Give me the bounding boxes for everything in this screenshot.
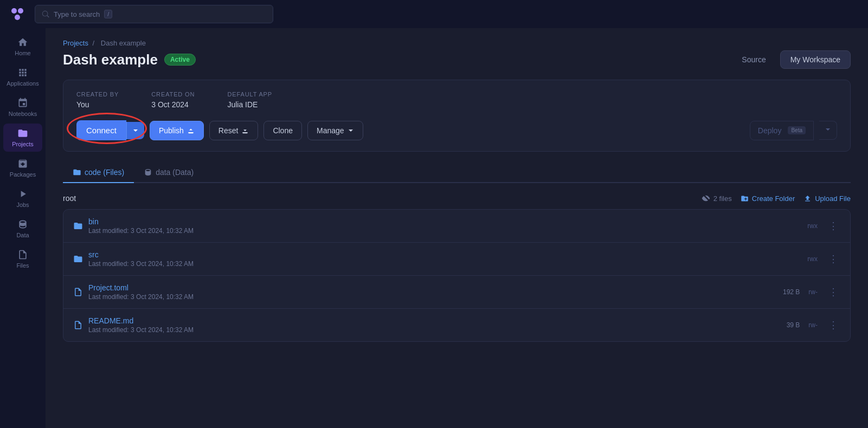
create-folder-label: Create Folder — [752, 194, 795, 203]
file-size: 192 B — [783, 288, 800, 296]
file-meta: Last modified: 3 Oct 2024, 10:32 AM — [88, 326, 787, 334]
page-title-row: Dash example Active — [63, 51, 196, 68]
topbar: Type to search / — [0, 0, 868, 28]
manage-chevron-icon — [348, 127, 354, 134]
status-badge: Active — [164, 54, 196, 66]
file-perms: rwx — [807, 222, 818, 230]
file-browser-header: root 2 files Create Folder — [63, 194, 851, 203]
folder-icon — [73, 168, 81, 177]
deploy-dropdown-button[interactable] — [819, 121, 837, 140]
file-more-button[interactable]: ⋮ — [826, 319, 840, 331]
download-icon — [241, 127, 249, 134]
sidebar-label-packages: Packages — [10, 171, 36, 178]
header-buttons: Source My Workspace — [732, 50, 851, 69]
tab-code-label: code (Files) — [85, 168, 124, 177]
file-meta: Last modified: 3 Oct 2024, 10:32 AM — [88, 227, 807, 235]
connect-dropdown-button[interactable] — [126, 122, 144, 139]
actions-row: Connect Publish Reset — [76, 120, 837, 140]
upload-icon — [187, 127, 195, 134]
created-on-field: CREATED ON 3 Oct 2024 — [151, 91, 195, 109]
sidebar-item-home[interactable]: Home — [3, 33, 42, 61]
publish-button[interactable]: Publish — [150, 121, 204, 140]
sidebar-item-notebooks[interactable]: Notebooks — [3, 93, 42, 121]
sidebar-item-projects[interactable]: Projects — [3, 124, 42, 152]
file-size: 39 B — [787, 321, 800, 329]
sidebar-item-files[interactable]: Files — [3, 245, 42, 273]
svg-point-2 — [15, 15, 20, 20]
file-more-button[interactable]: ⋮ — [826, 253, 840, 265]
file-more-button[interactable]: ⋮ — [826, 286, 840, 298]
file-right: rwx ⋮ — [807, 220, 840, 232]
created-by-field: CREATED BY You — [76, 91, 119, 109]
file-count: 2 files — [702, 194, 732, 203]
sidebar-item-jobs[interactable]: Jobs — [3, 184, 42, 212]
table-row[interactable]: bin Last modified: 3 Oct 2024, 10:32 AM … — [63, 210, 850, 243]
page-header: Dash example Active Source My Workspace — [63, 50, 851, 69]
create-folder-icon — [741, 194, 749, 203]
table-row[interactable]: Project.toml Last modified: 3 Oct 2024, … — [63, 276, 850, 309]
sidebar-label-applications: Applications — [7, 80, 38, 87]
sidebar-label-files: Files — [16, 262, 29, 269]
reset-button[interactable]: Reset — [209, 121, 259, 140]
file-right: 192 B rw- ⋮ — [783, 286, 840, 298]
projects-icon — [17, 128, 28, 139]
manage-button[interactable]: Manage — [307, 121, 363, 140]
deploy-chevron-icon — [825, 126, 831, 133]
created-by-value: You — [76, 100, 89, 109]
create-folder-button[interactable]: Create Folder — [741, 194, 795, 203]
file-item-icon — [73, 287, 83, 297]
file-info: README.md Last modified: 3 Oct 2024, 10:… — [88, 316, 787, 334]
file-info: Project.toml Last modified: 3 Oct 2024, … — [88, 283, 783, 301]
clone-button[interactable]: Clone — [263, 121, 302, 140]
sidebar-item-data[interactable]: Data — [3, 215, 42, 243]
upload-file-icon — [803, 194, 812, 203]
sidebar-item-packages[interactable]: Packages — [3, 154, 42, 182]
file-item-icon — [73, 320, 83, 330]
my-workspace-button[interactable]: My Workspace — [780, 50, 851, 69]
breadcrumb-parent[interactable]: Projects — [63, 39, 88, 47]
eye-off-icon — [702, 194, 710, 203]
file-perms: rwx — [807, 255, 818, 263]
default-app-field: DEFAULT APP Julia IDE — [227, 91, 272, 109]
connect-button[interactable]: Connect — [76, 120, 126, 140]
info-card: CREATED BY You CREATED ON 3 Oct 2024 DEF… — [63, 80, 851, 152]
file-more-button[interactable]: ⋮ — [826, 220, 840, 232]
default-app-label: DEFAULT APP — [227, 91, 272, 98]
database-icon — [144, 168, 152, 177]
table-row[interactable]: src Last modified: 3 Oct 2024, 10:32 AM … — [63, 243, 850, 276]
table-row[interactable]: README.md Last modified: 3 Oct 2024, 10:… — [63, 309, 850, 341]
svg-point-0 — [11, 8, 17, 14]
file-right: rwx ⋮ — [807, 253, 840, 265]
breadcrumb-current: Dash example — [101, 39, 146, 47]
file-info: src Last modified: 3 Oct 2024, 10:32 AM — [88, 250, 807, 268]
reset-label: Reset — [218, 126, 239, 135]
tab-data-label: data (Data) — [156, 168, 194, 177]
source-button[interactable]: Source — [732, 50, 775, 69]
sidebar-item-applications[interactable]: Applications — [3, 63, 42, 91]
search-icon — [42, 10, 49, 18]
sidebar-label-data: Data — [16, 232, 29, 238]
tab-data[interactable]: data (Data) — [134, 163, 203, 183]
file-right: 39 B rw- ⋮ — [787, 319, 840, 331]
publish-label: Publish — [159, 126, 184, 135]
file-info: bin Last modified: 3 Oct 2024, 10:32 AM — [88, 217, 807, 235]
tab-code[interactable]: code (Files) — [63, 163, 134, 183]
breadcrumb: Projects / Dash example — [63, 39, 851, 47]
folder-item-icon — [73, 221, 83, 231]
notebooks-icon — [17, 98, 28, 108]
sidebar-label-notebooks: Notebooks — [9, 111, 37, 117]
upload-file-label: Upload File — [815, 194, 851, 203]
app-logo[interactable] — [7, 3, 28, 25]
data-icon — [17, 219, 28, 230]
deploy-button[interactable]: Deploy Beta — [750, 121, 814, 140]
tabs: code (Files) data (Data) — [63, 163, 851, 183]
connect-wrapper: Connect — [76, 120, 144, 140]
search-bar[interactable]: Type to search / — [35, 5, 273, 23]
created-on-label: CREATED ON — [151, 91, 195, 98]
page-title: Dash example — [63, 51, 158, 68]
upload-file-button[interactable]: Upload File — [803, 194, 851, 203]
file-count-label: 2 files — [713, 194, 732, 203]
content-area: Projects / Dash example Dash example Act… — [46, 28, 868, 428]
packages-icon — [17, 158, 28, 169]
sidebar-label-projects: Projects — [12, 141, 34, 147]
